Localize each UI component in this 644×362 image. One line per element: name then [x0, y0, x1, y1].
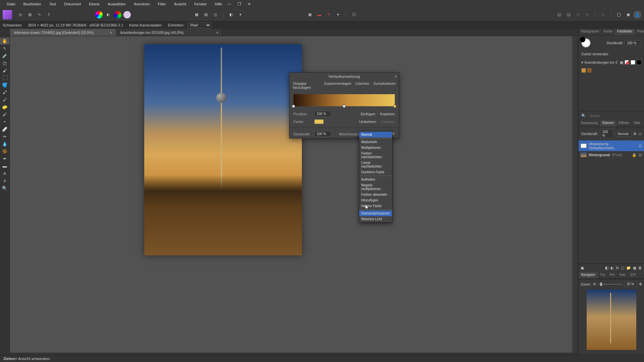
live-projection-icon[interactable]: ✎ [325, 11, 332, 18]
selection-marquee-icon[interactable]: ▦ [193, 11, 200, 18]
delete-layer-icon[interactable]: 🗑 [638, 266, 642, 270]
arrange-stack-icon[interactable]: ▬ [316, 11, 323, 18]
text-tool-icon[interactable]: A [0, 170, 9, 177]
adjustment-icon[interactable]: ◐ [610, 266, 614, 270]
assistant-icon[interactable]: ⓘ [350, 11, 358, 18]
blend-option-hellere-farbe[interactable]: Hellere Farbe [359, 203, 392, 209]
quick-mask-icon[interactable]: ◫ [212, 11, 219, 18]
contrast-icon[interactable]: ◐ [105, 11, 112, 18]
layer-row-adjustment[interactable]: (Anpassung - Verlaufsumsetz... ☑ [579, 140, 644, 151]
fx-icon[interactable]: fx [616, 266, 619, 270]
search-input[interactable] [588, 113, 641, 118]
panel-tab-ebenen[interactable]: Ebenen [600, 120, 616, 127]
panel-tab-effekte[interactable]: Effekte [616, 120, 632, 127]
blend-option-farben-nachbelichten[interactable]: Farben nachbelichten [359, 150, 392, 160]
blend-option-ineinanderkopieren[interactable]: Ineinanderkopieren [359, 210, 392, 216]
brush-tool-icon[interactable]: 🖌 [0, 67, 9, 74]
retouch-tool-icon[interactable]: ✏ [0, 133, 9, 140]
panel-tab-anpassung[interactable]: Anpassung [579, 120, 600, 127]
swatch-recent-2[interactable] [587, 68, 592, 73]
pen-tool-icon[interactable]: ✒ [0, 155, 9, 162]
gradient-editor[interactable] [293, 94, 395, 106]
blend-option-hartes-licht[interactable]: Hartes Licht [359, 222, 392, 223]
panel-tab-farbfelder[interactable]: Farbfelder [615, 29, 635, 35]
panel-tab-transform[interactable]: Tra [598, 272, 607, 279]
chevron-down-icon[interactable]: ▾ [581, 60, 583, 65]
menu-bearbeiten[interactable]: Bearbeiten [19, 1, 45, 7]
persona-liquify-icon[interactable]: ▥ [26, 11, 34, 18]
layer-opacity-input[interactable]: 100 % [600, 129, 614, 138]
crop-icon[interactable]: ◧ [227, 11, 235, 18]
color-wheel-icon[interactable] [95, 11, 103, 18]
account-avatar-icon[interactable]: 👤 [633, 11, 641, 19]
mask-icon[interactable]: ◧ [605, 266, 608, 270]
zoom-dot-tool-icon[interactable]: • [0, 118, 9, 125]
menu-datei[interactable]: Datei [3, 1, 19, 7]
window-close-icon[interactable]: ✕ [246, 1, 252, 7]
units-select[interactable]: Pixel [187, 22, 211, 28]
delete-button[interactable]: Löschen [355, 81, 369, 89]
panel-tab-kanaele[interactable]: Kan [617, 272, 628, 279]
blend-option-normal[interactable]: Normal [359, 132, 392, 137]
foreground-background-colors-icon[interactable] [581, 38, 591, 48]
layer-row-background[interactable]: Hintergrund (Pixel) 🔒 ☑ [579, 151, 644, 159]
panel-tab-histogramm[interactable]: Histogramm [579, 29, 601, 35]
persona-export-icon[interactable]: ⇪ [45, 11, 52, 18]
blend-option-dunklere-farbe[interactable]: Dunklere Farbe [359, 169, 392, 175]
document-canvas[interactable] [144, 44, 302, 255]
grid-icon[interactable]: ▦ [620, 60, 623, 65]
menu-dokument[interactable]: Dokument [60, 1, 85, 7]
gradient-stop-3[interactable] [393, 105, 396, 108]
lock-icon[interactable]: 🔒 [632, 153, 637, 157]
blend-option-multiplizieren[interactable]: Multiplizieren [359, 145, 392, 150]
gradient-stop-1[interactable] [292, 105, 295, 108]
menu-ebene[interactable]: Ebene [85, 1, 104, 7]
panel-tab-farbe[interactable]: Farbe [601, 29, 615, 35]
boolean-subtract-icon[interactable]: ◲ [565, 11, 572, 18]
dialog-opacity-input[interactable]: 100 % [314, 131, 331, 137]
panel-tab-stile[interactable]: Stile [631, 120, 642, 127]
crop-tool-icon[interactable]: ◫ [0, 60, 9, 67]
blend-option-farben-abwedeln[interactable]: Farben abwedeln [359, 192, 392, 197]
copy-stop-button[interactable]: Kopieren [380, 112, 395, 116]
flood-tool-icon[interactable]: 🪣 [0, 81, 9, 88]
gradient-tool-icon[interactable]: 🖍 [0, 89, 9, 96]
layer-blend-select[interactable]: Normal [616, 131, 631, 137]
blend-option-aufhellen[interactable]: Aufhellen [359, 177, 392, 182]
blend-option-linear-nachbelichten[interactable]: Linear nachbelichten [359, 160, 392, 169]
doc-tab-2[interactable]: brandenburger-tor-201939.jpg (43,0%) × [116, 29, 223, 36]
hand-tool-icon[interactable]: ✋ [0, 38, 9, 45]
paint-tool-icon[interactable]: 🖊 [0, 96, 9, 103]
gradient-stop-2[interactable] [342, 105, 346, 108]
add-preset-button[interactable]: Vorgabe hinzufügen [293, 81, 324, 89]
selection-refine-icon[interactable]: ▨ [202, 11, 210, 18]
dodge-tool-icon[interactable]: 🔆 [0, 148, 9, 155]
preset-name[interactable]: brandenburger-tor-2 [585, 60, 619, 64]
persona-tone-icon[interactable]: ∿ [36, 11, 43, 18]
window-restore-icon[interactable]: ❐ [236, 1, 242, 7]
persona-photo-icon[interactable]: ◎ [17, 11, 24, 18]
boolean-intersect-icon[interactable]: ◳ [574, 11, 582, 18]
panel-tab-pinsel[interactable]: Pinsel [635, 29, 644, 35]
vertical-scrollbar[interactable] [572, 36, 577, 353]
close-tab-icon[interactable]: × [216, 31, 218, 35]
boolean-divide-icon[interactable]: ◰ [584, 11, 591, 18]
merge-button[interactable]: Zusammenlegen [324, 81, 351, 89]
blend-option-abdunkeln[interactable]: Abdunkeln [359, 139, 392, 145]
blend-option-negativ-multiplizieren[interactable]: Negativ multiplizieren [359, 182, 392, 192]
color-picker-button[interactable] [314, 119, 324, 124]
crop-dropdown-icon[interactable]: ▾ [237, 11, 244, 18]
delete-stop-button[interactable]: Löschen [381, 120, 395, 124]
swatch-recent-1[interactable] [581, 68, 586, 73]
blend-mode-dropdown[interactable]: Normal Abdunkeln Multiplizieren Farben n… [359, 131, 392, 223]
gear-icon[interactable]: ⚙ [633, 132, 637, 136]
menu-anordnen[interactable]: Anordnen [130, 1, 154, 7]
add-layer-icon[interactable]: ▦ [633, 266, 636, 270]
blur-tool-icon[interactable]: 💧 [0, 140, 9, 147]
boolean-add-icon[interactable]: ◱ [555, 11, 563, 18]
soft-proof-icon[interactable] [123, 11, 131, 18]
menu-fenster[interactable]: Fenster [190, 1, 211, 7]
collapse-icon[interactable]: ◇ [639, 132, 641, 136]
doc-tab-1[interactable]: television-tower-7244801.jpg [Geändert] … [10, 29, 116, 36]
align-icon[interactable]: ▭ [599, 11, 607, 18]
